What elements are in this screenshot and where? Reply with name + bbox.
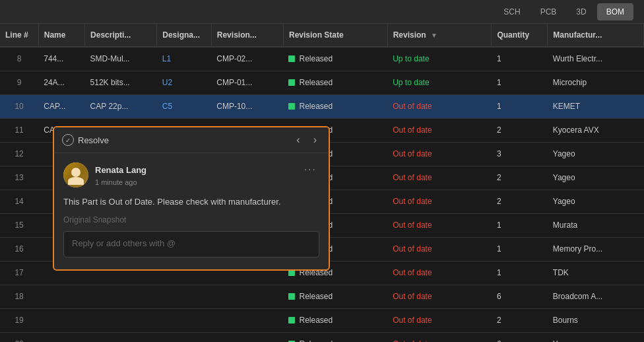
cell-mfr: Wurth Electr...	[548, 47, 644, 71]
col-header-revision[interactable]: Revision ▼	[387, 24, 492, 47]
cell-name: CAP...	[38, 94, 84, 118]
cell-qty: 3	[492, 142, 548, 166]
cell-name	[38, 285, 84, 308]
cell-name	[38, 332, 84, 342]
cell-qty: 6	[492, 332, 548, 342]
status-dot	[288, 269, 295, 276]
cell-state-label: Released	[299, 316, 333, 325]
table-row[interactable]: 10 CAP... CAP 22p... C5 CMP-10... Releas…	[0, 94, 644, 118]
popup-header: ✓ Resolve ‹ ›	[54, 127, 329, 153]
cell-state-label: Released	[299, 54, 333, 63]
cell-mfr: Yageo	[548, 142, 644, 166]
cell-revval: Out of date	[387, 332, 492, 342]
resolve-action[interactable]: ✓ Resolve	[62, 134, 109, 146]
cell-line: 16	[0, 237, 38, 261]
col-header-desig[interactable]: Designa...	[157, 24, 212, 47]
cell-line: 9	[0, 71, 38, 94]
cell-revstate: Released	[283, 332, 387, 342]
cell-qty: 1	[492, 71, 548, 94]
resolve-icon: ✓	[62, 134, 74, 146]
cell-mfr: Broadcom A...	[548, 285, 644, 308]
cell-rev	[211, 285, 283, 308]
cell-name: 744...	[38, 47, 84, 71]
table-row[interactable]: 20 Released Out of date 6 Yageo	[0, 332, 644, 342]
col-header-desc[interactable]: Descripti...	[85, 24, 157, 47]
cell-revstate: Released	[283, 47, 387, 71]
cell-revstate: Released	[283, 94, 387, 118]
bom-table-container: Line # Name Descripti... Designa... Revi…	[0, 24, 644, 342]
more-options-button[interactable]: ···	[302, 162, 319, 177]
cell-qty: 2	[492, 166, 548, 189]
cell-desc: 512K bits...	[85, 71, 157, 94]
cell-mfr: KEMET	[548, 94, 644, 118]
col-header-line[interactable]: Line #	[0, 24, 38, 47]
cell-name: 24A...	[38, 71, 84, 94]
popup-body: Renata Lang ··· 1 minute ago This Part i…	[54, 153, 329, 269]
cell-rev: CMP-02...	[211, 47, 283, 71]
cell-qty: 6	[492, 285, 548, 308]
cell-mfr: Yageo	[548, 189, 644, 213]
col-header-qty[interactable]: Quantity	[492, 24, 548, 47]
cell-desig: U2	[157, 71, 212, 94]
comment-author: Renata Lang	[95, 165, 146, 175]
cell-mfr: Bourns	[548, 308, 644, 332]
cell-line: 18	[0, 285, 38, 308]
col-header-name[interactable]: Name	[38, 24, 84, 47]
cell-desig: C5	[157, 94, 212, 118]
cell-state-label: Released	[299, 78, 333, 87]
cell-line: 11	[0, 118, 38, 142]
cell-revval: Out of date	[387, 189, 492, 213]
status-dot	[288, 79, 295, 86]
cell-rev	[211, 308, 283, 332]
cell-desc: CAP 22p...	[85, 94, 157, 118]
cell-desc: SMD-Mul...	[85, 47, 157, 71]
cell-mfr: Memory Pro...	[548, 237, 644, 261]
cell-qty: 2	[492, 118, 548, 142]
tab-3d[interactable]: 3D	[567, 3, 595, 20]
comment-author-row: Renata Lang ···	[95, 162, 319, 177]
cell-line: 17	[0, 261, 38, 285]
cell-revval: Out of date	[387, 261, 492, 285]
col-header-revstate[interactable]: Revision State	[283, 24, 387, 47]
table-row[interactable]: 9 24A... 512K bits... U2 CMP-01... Relea…	[0, 71, 644, 94]
cell-revval: Out of date	[387, 142, 492, 166]
next-comment-button[interactable]: ›	[309, 133, 321, 147]
cell-line: 19	[0, 308, 38, 332]
cell-qty: 1	[492, 47, 548, 71]
cell-mfr: Murata	[548, 213, 644, 237]
cell-desig: L1	[157, 47, 212, 71]
status-dot	[288, 317, 295, 324]
cell-desig	[157, 308, 212, 332]
tab-bom[interactable]: BOM	[597, 3, 633, 20]
cell-revval: Up to date	[387, 47, 492, 71]
cell-rev: CMP-10...	[211, 94, 283, 118]
cell-revval: Out of date	[387, 237, 492, 261]
prev-comment-button[interactable]: ‹	[292, 133, 304, 147]
cell-qty: 1	[492, 237, 548, 261]
table-row[interactable]: 18 Released Out of date 6 Broadcom A...	[0, 285, 644, 308]
col-header-mfr[interactable]: Manufactur...	[548, 24, 644, 47]
reply-input[interactable]: Reply or add others with @	[63, 231, 319, 257]
comment-author-block: Renata Lang ··· 1 minute ago	[95, 162, 319, 186]
cell-revstate: Released	[283, 285, 387, 308]
cell-state-label: Released	[299, 339, 333, 342]
tab-pcb[interactable]: PCB	[531, 3, 566, 20]
comment-time: 1 minute ago	[95, 178, 319, 186]
cell-revstate: Released	[283, 71, 387, 94]
cell-rev: CMP-01...	[211, 71, 283, 94]
top-tab-bar: SCH PCB 3D BOM	[0, 0, 644, 24]
cell-line: 15	[0, 213, 38, 237]
cell-revval: Out of date	[387, 308, 492, 332]
cell-line: 14	[0, 189, 38, 213]
table-row[interactable]: 8 744... SMD-Mul... L1 CMP-02... Release…	[0, 47, 644, 71]
cell-desc	[85, 308, 157, 332]
col-header-rev[interactable]: Revision...	[211, 24, 283, 47]
cell-state-label: Released	[299, 102, 333, 111]
tab-sch[interactable]: SCH	[494, 3, 529, 20]
cell-line: 20	[0, 332, 38, 342]
cell-qty: 2	[492, 189, 548, 213]
comment-meta: Renata Lang ··· 1 minute ago	[63, 162, 319, 188]
comment-text: This Part is Out of Date. Please check w…	[63, 195, 319, 209]
table-row[interactable]: 19 Released Out of date 2 Bourns	[0, 308, 644, 332]
cell-state-label: Released	[299, 292, 333, 301]
